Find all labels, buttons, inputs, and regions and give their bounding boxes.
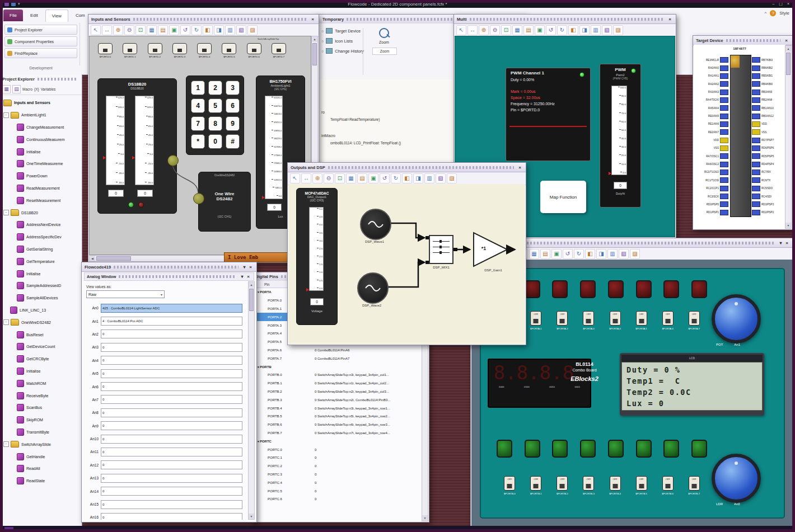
list-icon[interactable]: ▤ bbox=[523, 25, 534, 35]
scrollbar-thumb[interactable] bbox=[96, 256, 131, 261]
tree-item[interactable]: TransmitByte bbox=[0, 426, 82, 439]
chip-pin[interactable]: RD3/PSP3 bbox=[751, 200, 785, 208]
analog-value-field[interactable]: 0 bbox=[101, 500, 242, 509]
tree-item[interactable]: OneTimeMeasureme bbox=[0, 158, 82, 170]
chip-pin[interactable]: RA6/OSC2 bbox=[695, 160, 729, 168]
ribbon-button[interactable]: Find/Replace bbox=[4, 48, 77, 58]
digital-pin-row[interactable]: PORTA.7 0 ComboBL0114:PinA7 bbox=[253, 354, 422, 362]
maximize-button[interactable]: ▢ bbox=[779, 2, 783, 6]
tree-item[interactable]: ReadState bbox=[0, 475, 82, 487]
grid-icon[interactable]: ▦ bbox=[2, 85, 11, 93]
window-titlebar[interactable]: Multi × bbox=[454, 15, 676, 24]
pwm-gauge-component[interactable]: PWM Pwm2 (PWM CH5) 100.090.080.070.060.0… bbox=[600, 64, 641, 208]
tree-item[interactable]: AddressSpecificDev bbox=[0, 231, 82, 243]
dsp-mixer-component[interactable] bbox=[429, 235, 453, 264]
chip-pin[interactable]: RD4/PSP4 bbox=[751, 160, 785, 168]
analog-value-field[interactable]: 425 : ComboBL0114:LightSensor ADC bbox=[101, 304, 242, 313]
analog-value-field[interactable]: 0 bbox=[101, 356, 242, 365]
tree-item[interactable]: Initialise bbox=[0, 267, 82, 280]
chip-pin[interactable]: RD5/PSP5 bbox=[751, 152, 785, 160]
keypad-key[interactable]: 7 bbox=[191, 116, 205, 131]
digital-pin-row[interactable]: PORTC.2 0 bbox=[253, 462, 422, 470]
zoom-icon[interactable] bbox=[379, 28, 389, 38]
chip-pin[interactable]: RB0/AN12 bbox=[751, 112, 785, 120]
chip-pin[interactable]: RC6/TX bbox=[751, 176, 785, 184]
chip-pin[interactable]: RC0/T1OSO bbox=[695, 168, 729, 176]
chip-pin[interactable]: VSS bbox=[695, 144, 729, 152]
chip-pin[interactable]: RC4/SDI bbox=[751, 192, 785, 200]
digital-pin-row[interactable]: PORTC.1 0 bbox=[253, 454, 422, 462]
vertical-scrollbar[interactable]: ▲ ▼ bbox=[785, 45, 792, 229]
chip-pin[interactable]: RC7/RX bbox=[751, 168, 785, 176]
close-icon[interactable]: × bbox=[783, 38, 789, 43]
pin-icon[interactable]: ▾ bbox=[778, 241, 784, 246]
analog-value-field[interactable]: 0 bbox=[101, 395, 242, 404]
chip-pin[interactable]: RA3/AN3 bbox=[695, 88, 729, 96]
undo-icon[interactable]: ↺ bbox=[546, 25, 556, 35]
keypad-key[interactable]: 3 bbox=[226, 81, 240, 95]
box-icon[interactable]: ▣ bbox=[551, 249, 562, 259]
split-left-icon[interactable]: ◧ bbox=[402, 173, 412, 183]
help-icon[interactable]: ? bbox=[770, 10, 776, 16]
analog-value-field[interactable]: 0 bbox=[101, 329, 242, 338]
wire-node[interactable] bbox=[193, 193, 204, 204]
box-icon[interactable]: ▣ bbox=[368, 173, 378, 183]
variables-x-icon[interactable]: {X} bbox=[34, 87, 39, 91]
scrollbar-thumb[interactable] bbox=[312, 43, 317, 65]
window-titlebar[interactable]: Flowcode419 ▾ × bbox=[82, 262, 256, 272]
analog-value-field[interactable]: 4 : ComboBL0114:Pot ADC bbox=[101, 317, 242, 326]
ds18b20-component[interactable]: DS18B20 DS18B20 125.0105.085.065.045.025… bbox=[97, 78, 177, 214]
chip-pin[interactable]: RB7/KBI3 bbox=[751, 56, 785, 64]
panel-switch[interactable] bbox=[148, 43, 162, 54]
ribbon-tab[interactable]: File bbox=[3, 10, 23, 21]
split-left-icon[interactable]: ◧ bbox=[203, 25, 213, 35]
keypad-key[interactable]: 9 bbox=[226, 116, 240, 131]
keypad-key[interactable]: 1 bbox=[191, 81, 205, 95]
board-switch[interactable]: OFF bbox=[610, 311, 621, 326]
tree-item[interactable]: GetSerialString bbox=[0, 243, 82, 256]
keypad-key[interactable]: 2 bbox=[208, 81, 222, 95]
rows-icon[interactable]: ▥ bbox=[591, 25, 601, 35]
digital-pin-row[interactable]: PORTC.3 0 bbox=[253, 470, 422, 479]
analog-value-field[interactable]: 0 bbox=[101, 382, 242, 391]
mesh-icon[interactable]: ▨ bbox=[613, 25, 623, 35]
chip-pin[interactable]: RB4/KBI0 bbox=[751, 80, 785, 88]
panel-switch[interactable] bbox=[197, 43, 212, 54]
rows-icon[interactable]: ▥ bbox=[225, 25, 235, 35]
zoom-out-icon[interactable]: ⊖ bbox=[124, 25, 134, 35]
chip-pin[interactable]: RA2/AN2 bbox=[695, 80, 729, 88]
digital-pin-row[interactable]: PORTB.5 0 SwitchArraySlideTop:n5i, keypa… bbox=[253, 412, 422, 421]
tree-item[interactable]: GetCRCByte bbox=[0, 353, 82, 365]
hatch-icon[interactable]: ▧ bbox=[236, 25, 246, 35]
scroll-down-icon[interactable]: ▼ bbox=[785, 223, 791, 228]
board-switch[interactable]: OFF bbox=[636, 476, 647, 491]
board-switch[interactable]: OFF bbox=[636, 311, 647, 326]
box-icon[interactable]: ▣ bbox=[169, 25, 179, 35]
list-icon[interactable]: ▤ bbox=[357, 173, 367, 183]
tree-item[interactable]: GetDeviceCount bbox=[0, 341, 82, 353]
scroll-down-icon[interactable]: ▼ bbox=[422, 515, 428, 521]
zoom-out-icon[interactable]: ⊖ bbox=[490, 25, 500, 35]
tree-item[interactable]: ResetMeasurement bbox=[0, 194, 82, 206]
analog-value-field[interactable]: 0 bbox=[101, 487, 242, 496]
analog-value-field[interactable]: 0 bbox=[101, 343, 242, 352]
chip-pin[interactable]: RB1/AN10 bbox=[751, 104, 785, 112]
analog-value-field[interactable]: 0 bbox=[101, 474, 242, 483]
tree-item[interactable]: ChangeMeasurement bbox=[0, 121, 82, 134]
window-titlebar[interactable]: Outputs and DSP × bbox=[288, 163, 526, 172]
chip-pin[interactable]: RB5/KBI1 bbox=[751, 72, 785, 80]
dsp-wave2-component[interactable] bbox=[357, 272, 389, 304]
chip-pin[interactable]: RE2/AN7 bbox=[695, 128, 729, 136]
digital-pin-row[interactable]: PORTC.5 0 bbox=[253, 487, 422, 495]
digital-pin-row[interactable]: PORTC.4 0 bbox=[253, 478, 422, 487]
zoom-dropdown[interactable]: Zoom bbox=[372, 48, 397, 55]
analog-value-field[interactable]: 0 bbox=[101, 448, 242, 456]
ribbon-tab[interactable]: Edit bbox=[24, 10, 44, 21]
split-right-icon[interactable]: ◨ bbox=[214, 25, 224, 35]
expander-icon[interactable] bbox=[3, 319, 9, 325]
digital-pin-row[interactable]: PORTB.4 0 SwitchArraySlideTop:n3i, keypa… bbox=[253, 404, 422, 412]
pan-icon[interactable]: ↔ bbox=[102, 25, 112, 35]
chip-pin[interactable]: RD2/PSP2 bbox=[751, 209, 785, 216]
taskbar-button[interactable] bbox=[4, 527, 13, 531]
tree-item[interactable]: BusReset bbox=[0, 328, 82, 341]
